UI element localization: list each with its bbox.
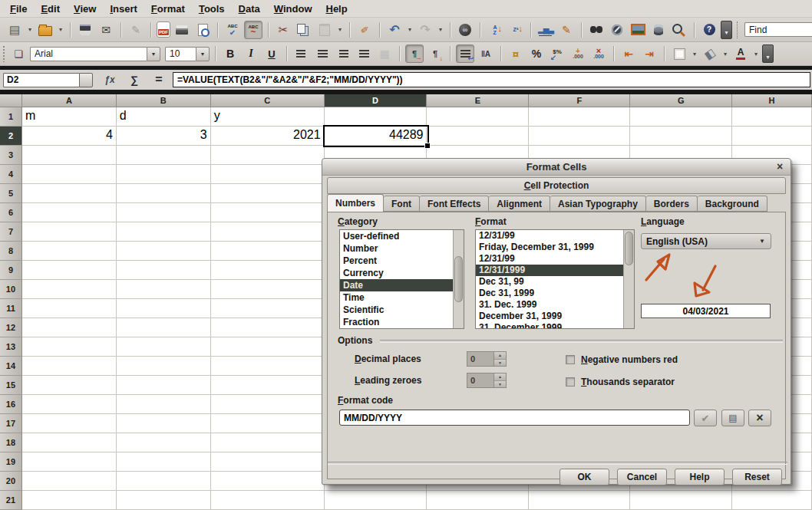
cell-c16[interactable] [211, 395, 325, 414]
italic-icon[interactable] [242, 44, 260, 63]
name-box[interactable] [3, 73, 79, 87]
merge-cells-icon[interactable] [375, 44, 394, 63]
format-option[interactable]: 12/31/99 [476, 253, 634, 265]
format-option[interactable]: December 31, 1999 [476, 311, 634, 322]
dropdown-caret-icon[interactable] [57, 21, 64, 39]
edit-comment-icon[interactable] [721, 410, 744, 426]
font-name-dropdown-icon[interactable] [147, 47, 160, 61]
decrease-indent-icon[interactable] [619, 44, 638, 63]
tab-borders[interactable]: Borders [646, 196, 698, 212]
fill-handle[interactable] [424, 143, 431, 149]
menu-item-window[interactable]: Window [267, 3, 319, 15]
toolbar-overflow-icon[interactable] [762, 44, 774, 63]
cell-b8[interactable] [117, 242, 211, 261]
category-option[interactable]: Number [340, 242, 464, 255]
cell-a19[interactable] [22, 452, 117, 472]
help-button[interactable]: Help [675, 469, 725, 485]
cell-a16[interactable] [22, 395, 117, 414]
cell-c20[interactable] [211, 472, 325, 491]
cell-d21[interactable] [325, 491, 427, 510]
cell-f1[interactable] [529, 107, 630, 127]
format-option[interactable]: 31. December 1999 [476, 322, 634, 329]
format-option[interactable]: Dec 31, 1999 [476, 288, 634, 299]
cell-e1[interactable] [427, 107, 529, 127]
cell-a9[interactable] [22, 261, 117, 280]
insert-chart-icon[interactable] [536, 21, 555, 39]
ok-button[interactable]: OK [559, 469, 609, 485]
cell-c10[interactable] [211, 280, 325, 299]
align-justify-icon[interactable] [355, 44, 373, 63]
format-option[interactable]: 12/31/1999 [476, 265, 634, 276]
cell-c4[interactable] [211, 165, 325, 184]
underline-icon[interactable] [262, 44, 281, 63]
dropdown-caret-icon[interactable] [721, 44, 729, 63]
spin-down-icon[interactable]: ▼ [494, 360, 506, 367]
row-header-6[interactable]: 6 [0, 203, 22, 222]
select-all-corner[interactable] [0, 94, 22, 107]
format-option[interactable]: Friday, December 31, 1999 [476, 242, 634, 253]
row-header-14[interactable]: 14 [0, 357, 22, 376]
save-icon[interactable] [76, 21, 94, 39]
menu-item-format[interactable]: Format [144, 3, 192, 15]
menu-item-insert[interactable]: Insert [103, 3, 144, 15]
column-header-h[interactable]: H [732, 94, 812, 107]
row-header-7[interactable]: 7 [0, 222, 22, 242]
cell-b1[interactable]: d [117, 107, 211, 127]
text-dir-ltr-icon[interactable] [405, 44, 424, 63]
row-header-4[interactable]: 4 [0, 165, 22, 184]
cell-b9[interactable] [117, 261, 211, 280]
dropdown-caret-icon[interactable] [691, 44, 698, 63]
cell-a20[interactable] [22, 472, 117, 491]
delete-decimal-icon[interactable] [589, 44, 608, 63]
column-header-c[interactable]: C [211, 94, 325, 107]
cell-c13[interactable] [211, 337, 325, 357]
cell-a11[interactable] [22, 299, 117, 318]
tab-font[interactable]: Font [384, 196, 420, 212]
email-icon[interactable] [97, 21, 115, 39]
format-option[interactable]: 12/31/99 [476, 230, 634, 242]
category-scrollbar-thumb[interactable] [454, 256, 463, 302]
export-pdf-icon[interactable] [157, 21, 170, 38]
menu-item-tools[interactable]: Tools [192, 3, 232, 15]
cell-b10[interactable] [117, 280, 211, 299]
cell-b6[interactable] [117, 203, 211, 222]
category-option[interactable]: Percent [340, 255, 464, 267]
cell-b14[interactable] [117, 357, 211, 376]
format-listbox[interactable]: 12/31/99Friday, December 31, 199912/31/9… [475, 229, 635, 329]
row-header-17[interactable]: 17 [0, 414, 22, 433]
row-header-15[interactable]: 15 [0, 376, 22, 395]
hyperlink-icon[interactable] [456, 21, 474, 39]
row-header-12[interactable]: 12 [0, 318, 22, 337]
cell-c6[interactable] [211, 203, 325, 222]
find-input[interactable] [744, 22, 812, 37]
align-left-icon[interactable] [292, 44, 311, 63]
cell-b21[interactable] [117, 491, 211, 510]
paste-icon[interactable] [315, 21, 334, 39]
column-header-g[interactable]: G [630, 94, 732, 107]
background-color-icon[interactable] [701, 44, 719, 63]
cell-e21[interactable] [427, 491, 529, 510]
row-header-20[interactable]: 20 [0, 472, 22, 491]
cell-a14[interactable] [22, 357, 117, 376]
equals-icon[interactable] [150, 71, 168, 89]
cell-b20[interactable] [117, 472, 211, 491]
font-size-dropdown-icon[interactable] [196, 47, 210, 61]
cell-a6[interactable] [22, 203, 117, 222]
format-option[interactable]: Dec 31, 99 [476, 276, 634, 288]
format-code-input[interactable] [339, 410, 690, 426]
cut-icon[interactable] [274, 21, 292, 39]
cell-b17[interactable] [117, 414, 211, 433]
cell-c7[interactable] [211, 222, 325, 242]
vertical-text-icon[interactable] [477, 44, 495, 63]
cell-styles-icon[interactable] [9, 44, 28, 63]
cell-a15[interactable] [22, 376, 117, 395]
print-preview-icon[interactable] [193, 21, 212, 39]
cell-f2[interactable] [529, 127, 630, 146]
column-header-f[interactable]: F [529, 94, 630, 107]
edit-icon[interactable] [127, 21, 145, 39]
format-currency-icon[interactable] [507, 44, 525, 63]
category-option[interactable]: Date [340, 279, 464, 291]
undo-icon[interactable] [385, 21, 404, 39]
cell-c15[interactable] [211, 376, 325, 395]
format-scrollbar[interactable] [623, 230, 634, 328]
